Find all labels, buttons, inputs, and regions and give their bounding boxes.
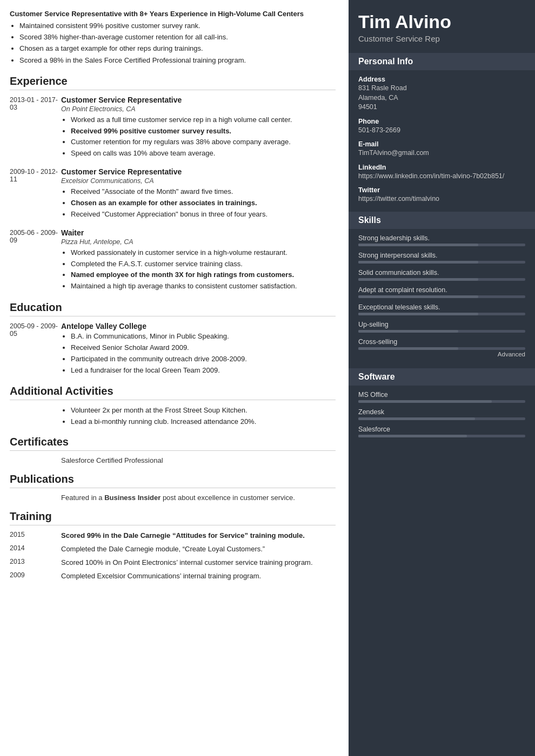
exp-bullet-3-0: Worked passionately in customer service …: [71, 248, 336, 258]
summary-bullets: Maintained consistent 99% positive custo…: [10, 21, 336, 65]
activities-title: Additional Activities: [10, 385, 336, 400]
edu-bullet-1-0: B.A. in Communications, Minor in Public …: [71, 332, 336, 342]
personal-info-section: Personal Info Address 831 Rasle Road Ala…: [349, 53, 535, 212]
skill-name-0: Strong leadership skills.: [358, 234, 525, 242]
skill-bar-bg-5: [358, 330, 525, 333]
software-bar-fill-1: [358, 417, 475, 420]
exp-bullet-1-3: Speed on calls was 10% above team averag…: [71, 148, 336, 159]
software-name-1: Zendesk: [358, 408, 525, 416]
exp-bullet-2-0: Received "Associate of the Month" award …: [71, 187, 336, 197]
right-column: Tim Alvino Customer Service Rep Personal…: [349, 0, 535, 756]
exp-bullet-3-2: Named employee of the month 3X for high …: [71, 270, 336, 280]
software-name-0: MS Office: [358, 391, 525, 399]
skill-item-1: Strong interpersonal skills.: [358, 252, 525, 264]
exp-bullet-3-1: Completed the F.A.S.T. customer service …: [71, 259, 336, 269]
skill-bar-fill-1: [358, 261, 478, 264]
exp-content-3: Waiter Pizza Hut, Antelope, CA Worked pa…: [61, 228, 336, 293]
skill-item-5: Up-selling: [358, 321, 525, 333]
skill-bar-bg-0: [358, 244, 525, 246]
edu-bullet-1-1: Received Senior Scholar Award 2009.: [71, 343, 336, 353]
summary-section: Customer Service Representative with 8+ …: [10, 10, 336, 65]
edu-bullets-1: B.A. in Communications, Minor in Public …: [61, 332, 336, 375]
training-title: Training: [10, 510, 336, 525]
exp-bullets-2: Received "Associate of the Month" award …: [61, 187, 336, 220]
skill-name-1: Strong interpersonal skills.: [358, 252, 525, 259]
skill-bar-fill-0: [358, 244, 478, 246]
training-entry-0: 2015 Scored 99% in the Dale Carnegie “At…: [10, 531, 336, 541]
skill-bar-fill-2: [358, 278, 478, 281]
exp-subtitle-2: Excelsior Communications, CA: [61, 177, 336, 185]
linkedin-label: LinkedIn: [358, 164, 525, 171]
activities-bullets: Volunteer 2x per month at the Frost Stre…: [61, 406, 336, 427]
skill-name-6: Cross-selling: [358, 338, 525, 346]
software-bar-bg-2: [358, 435, 525, 437]
activities-section: Additional Activities Volunteer 2x per m…: [10, 385, 336, 427]
software-name-2: Salesforce: [358, 426, 525, 433]
training-desc-2: Scored 100% in On Point Electronics’ int…: [61, 558, 336, 568]
training-entry-2: 2013 Scored 100% in On Point Electronics…: [10, 558, 336, 568]
skill-item-4: Exceptional telesales skills.: [358, 303, 525, 315]
certificates-title: Certificates: [10, 436, 336, 451]
exp-date-2: 2009-10 - 2012-11: [10, 167, 61, 221]
address-line-3: 94501: [358, 103, 525, 112]
personal-info-body: Address 831 Rasle Road Alameda, CA 94501…: [349, 76, 535, 212]
edu-title-1: Antelope Valley College: [61, 322, 336, 330]
skill-bar-bg-3: [358, 295, 525, 298]
phone-label: Phone: [358, 118, 525, 125]
phone-value: 501-873-2669: [358, 126, 525, 136]
software-item-1: Zendesk: [358, 408, 525, 420]
software-section: Software MS Office Zendesk Salesforce: [349, 368, 535, 450]
software-bar-bg-1: [358, 417, 525, 420]
exp-bullets-1: Worked as a full time customer service r…: [61, 115, 336, 159]
summary-bullet-2: Scored 38% higher-than-average customer …: [19, 32, 336, 42]
edu-content-1: Antelope Valley College B.A. in Communic…: [61, 322, 336, 376]
publication-text: Featured in a Business Insider post abou…: [10, 494, 336, 502]
personal-info-title: Personal Info: [349, 53, 535, 70]
experience-entry-2: 2009-10 - 2012-11 Customer Service Repre…: [10, 167, 336, 221]
exp-date-1: 2013-01 - 2017-03: [10, 96, 61, 160]
training-section: Training 2015 Scored 99% in the Dale Car…: [10, 510, 336, 581]
email-label: E-mail: [358, 140, 525, 148]
exp-title-3: Waiter: [61, 228, 336, 237]
pub-bold: Business Insider: [104, 494, 160, 502]
address-label: Address: [358, 76, 525, 83]
training-desc-1: Completed the Dale Carnegie module, “Cre…: [61, 544, 336, 555]
advanced-label: Advanced: [358, 351, 525, 357]
edu-bullet-1-3: Led a fundraiser for the local Green Tea…: [71, 366, 336, 376]
software-body: MS Office Zendesk Salesforce: [349, 391, 535, 450]
exp-content-1: Customer Service Representative On Point…: [61, 96, 336, 160]
skill-bar-bg-2: [358, 278, 525, 281]
skill-item-6: Cross-selling Advanced: [358, 338, 525, 357]
twitter-label: Twitter: [358, 186, 525, 194]
pub-before: Featured in a: [61, 494, 104, 502]
education-section: Education 2005-09 - 2009-05 Antelope Val…: [10, 301, 336, 376]
skill-bar-bg-4: [358, 313, 525, 315]
exp-bullet-2-1: Chosen as an example for other associate…: [71, 198, 336, 208]
exp-content-2: Customer Service Representative Excelsio…: [61, 167, 336, 221]
skill-item-0: Strong leadership skills.: [358, 234, 525, 246]
experience-entry-3: 2005-06 - 2009-09 Waiter Pizza Hut, Ante…: [10, 228, 336, 293]
publications-title: Publications: [10, 473, 336, 488]
skills-section: Skills Strong leadership skills. Strong …: [349, 212, 535, 368]
linkedin-value: https://www.linkedin.com/in/tim-alvino-7…: [358, 172, 525, 181]
training-entry-3: 2009 Completed Excelsior Communications’…: [10, 571, 336, 582]
experience-section: Experience 2013-01 - 2017-03 Customer Se…: [10, 75, 336, 293]
software-title: Software: [349, 368, 535, 386]
experience-title: Experience: [10, 75, 336, 90]
edu-date-1: 2005-09 - 2009-05: [10, 322, 61, 376]
skills-title: Skills: [349, 212, 535, 229]
software-item-0: MS Office: [358, 391, 525, 403]
skills-body: Strong leadership skills. Strong interpe…: [349, 234, 535, 368]
exp-bullet-1-0: Worked as a full time customer service r…: [71, 115, 336, 125]
candidate-title: Customer Service Rep: [358, 34, 525, 43]
address-line-1: 831 Rasle Road: [358, 84, 525, 93]
summary-bullet-1: Maintained consistent 99% positive custo…: [19, 21, 336, 31]
exp-bullet-1-2: Customer retention for my regulars was 3…: [71, 137, 336, 147]
software-item-2: Salesforce: [358, 426, 525, 437]
skill-bar-fill-5: [358, 330, 458, 333]
skill-bar-fill-6: [358, 347, 458, 350]
software-bar-bg-0: [358, 400, 525, 403]
skill-name-4: Exceptional telesales skills.: [358, 303, 525, 311]
exp-bullet-3-3: Maintained a high tip average thanks to …: [71, 281, 336, 292]
training-year-1: 2014: [10, 544, 61, 555]
